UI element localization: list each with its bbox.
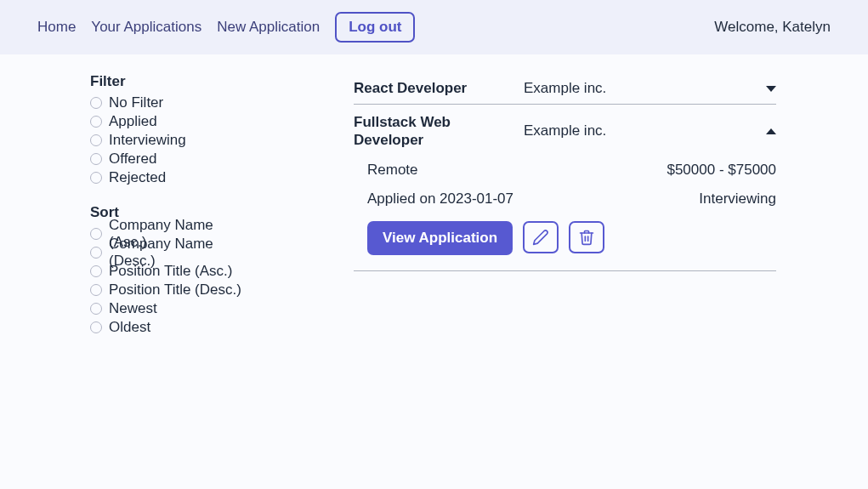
filter-label: Rejected <box>109 169 166 186</box>
nav-home[interactable]: Home <box>37 19 76 36</box>
content: Filter No Filter Applied Interviewing Of… <box>0 54 868 354</box>
sort-option-position-desc[interactable]: Position Title (Desc.) <box>90 281 247 299</box>
sort-option-position-asc[interactable]: Position Title (Asc.) <box>90 262 247 281</box>
radio-icon <box>90 247 102 259</box>
radio-icon <box>90 321 102 333</box>
application-applied-on: Applied on 2023-01-07 <box>367 190 513 208</box>
application-header: Fullstack Web Developer Example inc. <box>354 105 776 155</box>
application-company: Example inc. <box>524 80 766 97</box>
filter-radio-group: No Filter Applied Interviewing Offered R… <box>90 94 247 187</box>
application-salary: $50000 - $75000 <box>667 162 776 179</box>
application-row-expanded: Fullstack Web Developer Example inc. Rem… <box>354 105 776 271</box>
trash-icon <box>578 229 595 246</box>
application-actions: View Application <box>354 221 776 255</box>
sort-option-newest[interactable]: Newest <box>90 299 247 318</box>
view-application-button[interactable]: View Application <box>367 221 513 255</box>
application-location-salary: Remote $50000 - $75000 <box>354 155 776 184</box>
sort-radio-group: Company Name (Asc.) Company Name (Desc.)… <box>90 225 247 337</box>
applications-list: React Developer Example inc. Fullstack W… <box>264 73 868 354</box>
filter-option-interviewing[interactable]: Interviewing <box>90 131 247 150</box>
radio-icon <box>90 172 102 184</box>
radio-icon <box>90 284 102 296</box>
edit-button[interactable] <box>523 221 559 253</box>
chevron-up-icon[interactable] <box>766 128 776 134</box>
filter-label: Applied <box>109 113 157 130</box>
application-title: React Developer <box>354 80 524 97</box>
radio-icon <box>90 134 102 146</box>
nav-new-application[interactable]: New Application <box>217 19 320 36</box>
pencil-icon <box>532 229 549 246</box>
filter-option-applied[interactable]: Applied <box>90 112 247 131</box>
radio-icon <box>90 97 102 109</box>
welcome-text: Welcome, Katelyn <box>714 19 831 36</box>
filter-option-rejected[interactable]: Rejected <box>90 168 247 187</box>
sort-option-oldest[interactable]: Oldest <box>90 318 247 337</box>
application-location: Remote <box>367 162 418 179</box>
filter-label: No Filter <box>109 94 163 111</box>
radio-icon <box>90 228 102 240</box>
radio-icon <box>90 265 102 277</box>
application-company: Example inc. <box>524 122 766 139</box>
logout-button[interactable]: Log out <box>335 12 415 43</box>
sort-label: Oldest <box>109 319 150 336</box>
radio-icon <box>90 116 102 128</box>
radio-icon <box>90 153 102 165</box>
sort-label: Newest <box>109 300 157 317</box>
topbar: Home Your Applications New Application L… <box>0 0 868 54</box>
filter-heading: Filter <box>90 73 247 90</box>
filter-label: Offered <box>109 151 156 168</box>
chevron-down-icon[interactable] <box>766 86 776 92</box>
sort-option-company-desc[interactable]: Company Name (Desc.) <box>90 243 247 262</box>
filter-option-offered[interactable]: Offered <box>90 150 247 168</box>
filter-option-no-filter[interactable]: No Filter <box>90 94 247 112</box>
nav-your-applications[interactable]: Your Applications <box>91 19 201 36</box>
sidebar: Filter No Filter Applied Interviewing Of… <box>0 73 264 354</box>
filter-label: Interviewing <box>109 132 186 149</box>
delete-button[interactable] <box>569 221 604 253</box>
application-row: React Developer Example inc. <box>354 73 776 105</box>
radio-icon <box>90 303 102 315</box>
sort-label: Position Title (Asc.) <box>109 263 233 280</box>
sort-label: Position Title (Desc.) <box>109 281 241 299</box>
nav-links: Home Your Applications New Application L… <box>37 12 415 43</box>
application-title: Fullstack Web Developer <box>354 113 524 150</box>
application-status: Interviewing <box>699 190 776 208</box>
application-date-status: Applied on 2023-01-07 Interviewing <box>354 184 776 213</box>
